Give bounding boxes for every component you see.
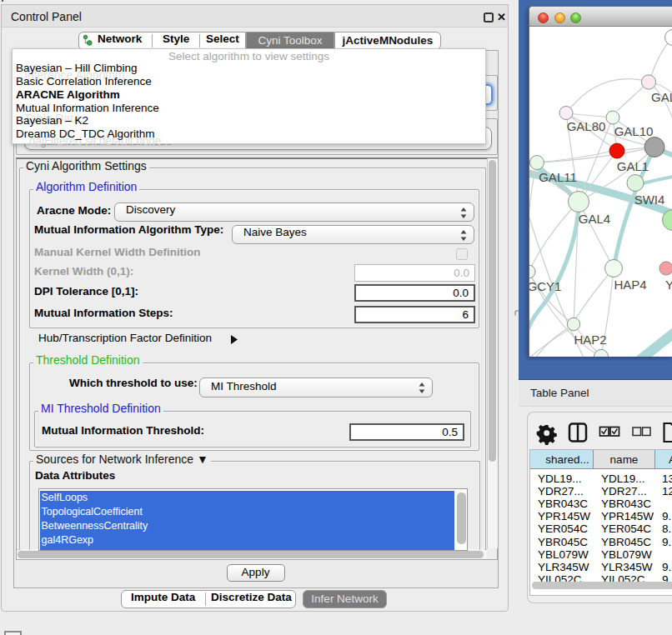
svg-text:SWI4: SWI4	[634, 192, 665, 207]
svg-text:HAP2: HAP2	[574, 332, 606, 347]
svg-text:Y: Y	[665, 278, 672, 292]
svg-text:GAL80: GAL80	[567, 119, 606, 133]
svg-text:GAL10: GAL10	[614, 124, 654, 138]
svg-text:GAL4: GAL4	[579, 212, 610, 226]
svg-text:GAL11: GAL11	[539, 170, 577, 184]
svg-text:GAL2: GAL2	[651, 90, 672, 104]
svg-text:GAL1: GAL1	[617, 159, 649, 173]
svg-text:HAP4: HAP4	[614, 278, 646, 292]
svg-text:GCY1: GCY1	[529, 279, 561, 293]
